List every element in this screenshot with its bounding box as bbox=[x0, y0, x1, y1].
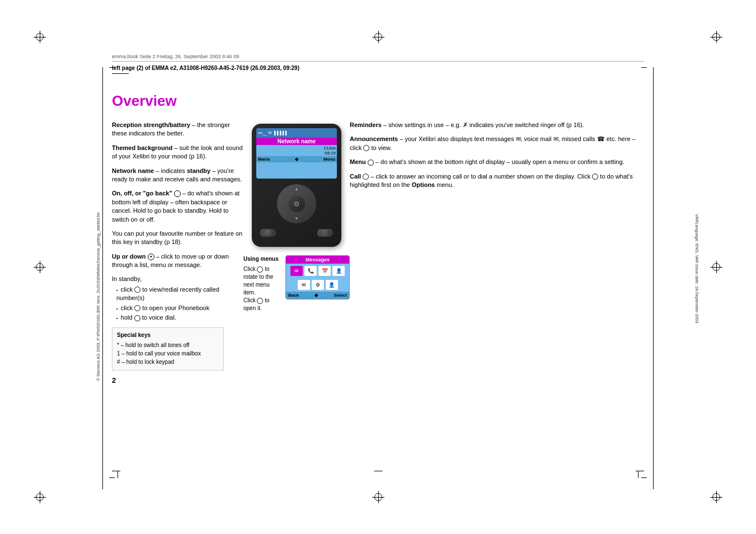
reception-title: Reception strength/battery bbox=[112, 121, 190, 128]
main-content: Overview Reception strength/battery – th… bbox=[112, 92, 644, 385]
call-body: – click to answer an incoming call or to… bbox=[350, 173, 633, 188]
using-menus-body2: Click to open it. bbox=[243, 297, 281, 312]
network-title: Network name bbox=[112, 167, 154, 174]
announcements-title: Announcements bbox=[350, 135, 398, 142]
bottom-dash-left bbox=[112, 471, 120, 471]
page-number: 2 bbox=[112, 376, 644, 385]
using-menus-symbol1 bbox=[257, 266, 263, 273]
themed-title: Themed background bbox=[112, 144, 172, 151]
phone-status-bar: ≡≡__ ✉ ▌▌▌▌▌ bbox=[256, 128, 337, 138]
section-on-off-extra: You can put your favourite number or fea… bbox=[112, 229, 243, 247]
using-menus-text: Using menus Click to rotate to the next … bbox=[243, 255, 281, 312]
section-standby: In standby, • click to view/redial recen… bbox=[112, 275, 243, 322]
nav-top-arrow: ▲ bbox=[294, 186, 299, 191]
special-keys-box: Special keys * – hold to switch all tone… bbox=[112, 327, 224, 371]
msg-icon-envelope-active: ✉ bbox=[290, 266, 303, 276]
standby-item-3: • hold to voice dial. bbox=[116, 313, 243, 322]
tick-bottom-right bbox=[641, 477, 647, 478]
menu-body: – do what's shown at the bottom right of… bbox=[375, 158, 624, 165]
left-softkey-label: Maria bbox=[258, 157, 270, 162]
page-title: Overview bbox=[112, 92, 644, 110]
page-number-area: 2 bbox=[112, 376, 644, 385]
msg-icon-gear: ⚙ bbox=[312, 280, 324, 290]
standby-symbol-3 bbox=[134, 315, 140, 321]
signal-icon: ≡≡__ bbox=[258, 131, 267, 135]
special-keys-title: Special keys bbox=[117, 331, 219, 339]
standby-label: In standby, bbox=[112, 275, 142, 282]
standby-symbol-2 bbox=[134, 305, 140, 311]
nav-ring: ▲ ▼ ⊙ bbox=[277, 184, 316, 223]
section-menu: Menu – do what's shown at the bottom rig… bbox=[350, 158, 644, 166]
using-menus-section: Using menus Click to rotate to the next … bbox=[243, 255, 350, 312]
screen-time: 09:15 bbox=[325, 151, 336, 156]
center-column: ≡≡__ ✉ ▌▌▌▌▌ Network name 11Jun 09:15 bbox=[243, 121, 350, 371]
reminders-body: – show settings in use – e.g. ✗ indicate… bbox=[383, 121, 584, 128]
nav-indicator: ◆ bbox=[295, 157, 298, 162]
bottom-dash-right bbox=[636, 471, 644, 471]
section-network: Network name – indicates standby – you'r… bbox=[112, 167, 243, 184]
phone-screen: ≡≡__ ✉ ▌▌▌▌▌ Network name 11Jun 09:15 bbox=[256, 128, 337, 179]
using-menus-body1: Click to rotate to the next menu item. bbox=[243, 265, 281, 297]
page-info: left page (2) of EMMA e2, A31008-H9260-A… bbox=[112, 65, 644, 71]
special-key-3: # – hold to lock keypad bbox=[117, 358, 219, 366]
screen-date: 11Jun bbox=[323, 146, 336, 151]
left-vertical-rule bbox=[102, 67, 103, 489]
standby-list: • click to view/redial recently called n… bbox=[116, 285, 243, 322]
msg-icon-envelope2: ✉ bbox=[298, 280, 310, 290]
network-name-display: Network name bbox=[256, 138, 337, 145]
standby-item-2: • click to open your Phonebook bbox=[116, 304, 243, 312]
using-menus-symbol2 bbox=[257, 298, 263, 304]
messages-back-label: Back bbox=[288, 293, 299, 298]
messages-display-content: ✉ 📞 📅 👤 ✉ ⚙ 👤 bbox=[286, 264, 349, 292]
nav-bottom-arrow: ▼ bbox=[294, 216, 299, 221]
sidebar-right-text: VARLanguage: ENG, VAR issue date: 18-Sep… bbox=[694, 214, 699, 324]
menu-title: Menu bbox=[350, 158, 366, 165]
messages-icons-row2: ✉ ⚙ 👤 bbox=[298, 280, 338, 290]
envelope-icon: ✉ bbox=[268, 130, 272, 135]
msg-icon-phone: 📞 bbox=[304, 266, 317, 276]
section-reminders: Reminders – show settings in use – e.g. … bbox=[350, 121, 644, 129]
bottom-dash-center bbox=[374, 471, 382, 471]
using-menus-title: Using menus bbox=[243, 255, 281, 263]
messages-display-title: Messages bbox=[286, 256, 349, 264]
tick-bottom-left bbox=[109, 477, 115, 478]
ann-symbol bbox=[363, 145, 369, 151]
phone-key-right bbox=[317, 229, 333, 237]
phone-nav-area: ▲ ▼ ⊙ bbox=[252, 184, 341, 237]
right-vertical-rule bbox=[653, 67, 654, 489]
call-symbol2 bbox=[592, 174, 598, 180]
special-key-1: * – hold to switch all tones off bbox=[117, 341, 219, 349]
on-off-extra-body: You can put your favourite number or fea… bbox=[112, 230, 242, 245]
status-icons: ≡≡__ ✉ ▌▌▌▌▌ bbox=[258, 130, 288, 135]
right-softkey-label: Menu bbox=[323, 157, 335, 162]
section-announcements: Announcements – your Xelibri also displa… bbox=[350, 135, 644, 152]
section-call: Call – click to answer an incoming call … bbox=[350, 172, 644, 190]
messages-display-bottom-bar: Back ◆ Select bbox=[286, 292, 349, 299]
phone-key-right-circle bbox=[322, 229, 328, 236]
call-symbol bbox=[363, 174, 369, 180]
phone-bottom-keys bbox=[260, 229, 333, 237]
right-column: Reminders – show settings in use – e.g. … bbox=[350, 121, 644, 371]
messages-select-label: Select bbox=[334, 293, 347, 298]
msg-icon-person2: 👤 bbox=[326, 280, 338, 290]
phone-key-left-circle bbox=[265, 229, 271, 236]
call-title: Call bbox=[350, 173, 361, 180]
special-key-2: 1 – hold to call your voice mailbox bbox=[117, 350, 219, 357]
standby-symbol-1 bbox=[134, 287, 140, 293]
on-off-title: On, off, or "go back" bbox=[112, 190, 172, 196]
screen-datetime: 11Jun 09:15 bbox=[256, 145, 337, 156]
file-path: emma.book Seite 2 Freitag, 26. September… bbox=[112, 54, 644, 62]
bottom-tick-left bbox=[118, 471, 118, 478]
on-off-symbol bbox=[174, 190, 181, 197]
nav-arrows: ▲ ▼ bbox=[277, 184, 316, 223]
updown-title: Up or down bbox=[112, 253, 146, 260]
section-updown: Up or down ✦ – click to move up or down … bbox=[112, 252, 243, 270]
sidebar-left-text: © Siemens AG 2003, P:\PNISD\XELIBRI Vers… bbox=[96, 212, 101, 381]
messages-display: Messages ✉ 📞 📅 👤 ✉ ⚙ 👤 bbox=[285, 255, 350, 299]
left-column: Reception strength/battery – the stronge… bbox=[112, 121, 243, 371]
msg-icon-calendar: 📅 bbox=[318, 266, 331, 276]
bottom-tick-right bbox=[638, 471, 638, 478]
section-themed: Themed background – suit the look and so… bbox=[112, 144, 243, 161]
menu-symbol bbox=[368, 160, 374, 166]
msg-icon-person: 👤 bbox=[332, 266, 345, 276]
